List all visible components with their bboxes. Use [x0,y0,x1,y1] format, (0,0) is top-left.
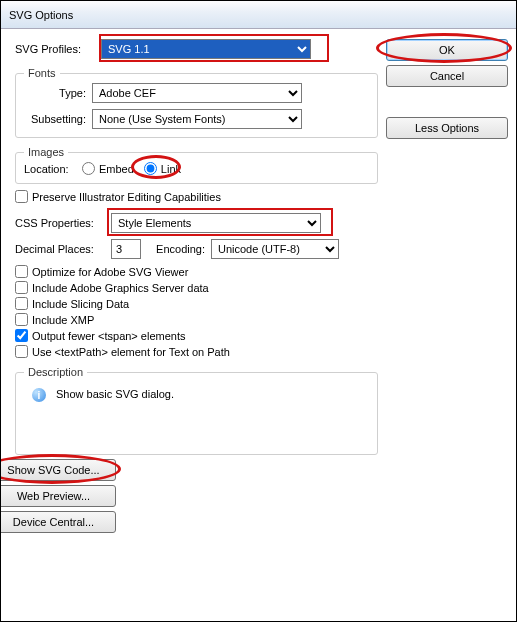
slicing-checkbox[interactable] [15,297,28,310]
info-icon: i [32,388,46,402]
graphics-server-label: Include Adobe Graphics Server data [32,282,209,294]
xmp-label: Include XMP [32,314,94,326]
fonts-group: Fonts Type: Adobe CEF Subsetting: None (… [15,67,378,138]
show-svg-code-button[interactable]: Show SVG Code... [0,459,116,481]
xmp-checkbox[interactable] [15,313,28,326]
fonts-legend: Fonts [24,67,60,79]
decimal-encoding-row: Decimal Places: Encoding: Unicode (UTF-8… [15,239,378,259]
graphics-server-checkbox[interactable] [15,281,28,294]
preserve-checkbox[interactable] [15,190,28,203]
tspan-label: Output fewer <tspan> elements [32,330,185,342]
images-embed-radio[interactable]: Embed [82,162,134,175]
encoding-label: Encoding: [141,243,211,255]
footer-buttons: Show SVG Code... Web Preview... Device C… [0,459,116,533]
titlebar: SVG Options [1,1,516,29]
font-type-select[interactable]: Adobe CEF [92,83,302,103]
svg-profiles-row: SVG Profiles: SVG 1.1 [15,39,378,59]
dialog-body: SVG Profiles: SVG 1.1 Fonts Type: Adobe … [1,29,516,469]
left-pane: SVG Profiles: SVG 1.1 Fonts Type: Adobe … [15,39,378,461]
font-subsetting-select[interactable]: None (Use System Fonts) [92,109,302,129]
less-options-button[interactable]: Less Options [386,117,508,139]
slicing-label: Include Slicing Data [32,298,129,310]
preserve-label: Preserve Illustrator Editing Capabilitie… [32,191,221,203]
images-group: Images Location: Embed Link [15,146,378,184]
encoding-select[interactable]: Unicode (UTF-8) [211,239,339,259]
preserve-row: Preserve Illustrator Editing Capabilitie… [15,190,378,203]
decimal-places-input[interactable] [111,239,141,259]
ok-button[interactable]: OK [386,39,508,61]
right-pane: OK Cancel Less Options [386,39,508,461]
description-group: Description i Show basic SVG dialog. [15,366,378,455]
cancel-button[interactable]: Cancel [386,65,508,87]
css-properties-label: CSS Properties: [15,217,111,229]
tspan-checkbox[interactable] [15,329,28,342]
font-type-label: Type: [24,87,92,99]
images-link-radio[interactable]: Link [144,162,181,175]
images-location-label: Location: [24,163,80,175]
optimize-label: Optimize for Adobe SVG Viewer [32,266,188,278]
device-central-button[interactable]: Device Central... [0,511,116,533]
css-properties-select[interactable]: Style Elements [111,213,321,233]
css-properties-row: CSS Properties: Style Elements [15,213,378,233]
web-preview-button[interactable]: Web Preview... [0,485,116,507]
svg-profiles-select[interactable]: SVG 1.1 [101,39,311,59]
textpath-checkbox[interactable] [15,345,28,358]
decimal-places-label: Decimal Places: [15,243,111,255]
window-title: SVG Options [9,9,73,21]
optimize-checkbox[interactable] [15,265,28,278]
description-legend: Description [24,366,87,378]
font-subsetting-label: Subsetting: [24,113,92,125]
svg-profiles-label: SVG Profiles: [15,43,101,55]
description-text: Show basic SVG dialog. [56,388,174,400]
images-legend: Images [24,146,68,158]
textpath-label: Use <textPath> element for Text on Path [32,346,230,358]
